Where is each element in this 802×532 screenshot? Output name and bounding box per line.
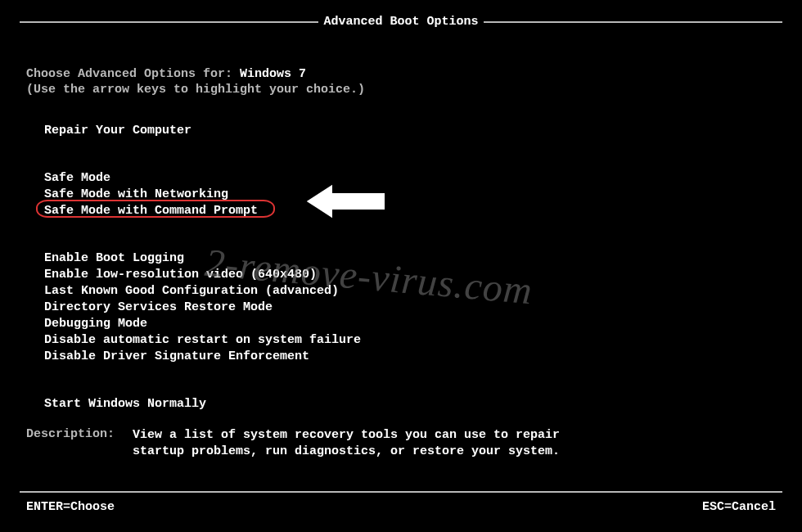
menu-item-repair-your-computer[interactable]: Repair Your Computer	[44, 123, 361, 139]
menu-item-start-normally[interactable]: Start Windows Normally	[44, 396, 361, 413]
boot-options-menu: Repair Your Computer Safe Mode Safe Mode…	[44, 123, 361, 413]
intro-os-name: Windows 7	[240, 67, 306, 81]
group-gap	[44, 139, 361, 170]
footer-esc-hint: ESC=Cancel	[702, 500, 776, 514]
intro-line-1: Choose Advanced Options for: Windows 7	[26, 67, 365, 81]
menu-item-safe-mode[interactable]: Safe Mode	[44, 170, 361, 187]
menu-item-safe-mode-networking[interactable]: Safe Mode with Networking	[44, 187, 361, 203]
menu-item-debugging-mode[interactable]: Debugging Mode	[44, 316, 361, 332]
menu-item-last-known-good[interactable]: Last Known Good Configuration (advanced)	[44, 283, 361, 300]
menu-item-enable-boot-logging[interactable]: Enable Boot Logging	[44, 250, 361, 267]
group-gap	[44, 219, 361, 250]
bottom-rule	[20, 491, 782, 493]
menu-item-ds-restore-mode[interactable]: Directory Services Restore Mode	[44, 300, 361, 316]
menu-item-safe-mode-command-prompt[interactable]: Safe Mode with Command Prompt	[44, 203, 361, 219]
screen-title: Advanced Boot Options	[0, 15, 802, 29]
intro-prefix: Choose Advanced Options for:	[26, 67, 240, 81]
menu-item-disable-driver-sig[interactable]: Disable Driver Signature Enforcement	[44, 349, 361, 365]
menu-item-disable-auto-restart[interactable]: Disable automatic restart on system fail…	[44, 332, 361, 349]
intro-hint: (Use the arrow keys to highlight your ch…	[26, 83, 365, 97]
description-text: View a list of system recovery tools you…	[133, 427, 591, 460]
intro-block: Choose Advanced Options for: Windows 7 (…	[26, 67, 365, 97]
group-gap	[44, 365, 361, 396]
footer-bar: ENTER=Choose ESC=Cancel	[26, 500, 776, 514]
description-block: Description: View a list of system recov…	[26, 427, 591, 460]
screen-title-text: Advanced Boot Options	[318, 15, 483, 29]
menu-item-low-res-video[interactable]: Enable low-resolution video (640x480)	[44, 267, 361, 283]
footer-enter-hint: ENTER=Choose	[26, 500, 115, 514]
description-label: Description:	[26, 427, 133, 460]
